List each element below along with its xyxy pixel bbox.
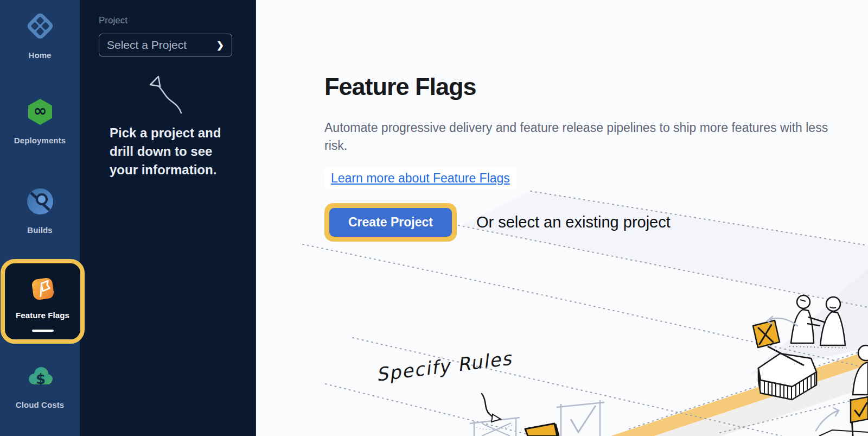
feature-flags-icon [28, 274, 58, 304]
corner-sketch [819, 430, 868, 436]
svg-text:∞: ∞ [33, 101, 47, 120]
learn-more-link-box: Learn more about Feature Flags [324, 168, 516, 189]
builds-icon [25, 187, 55, 216]
project-label: Project [99, 15, 127, 26]
home-icon [25, 11, 55, 41]
sidebar-item-feature-flags[interactable]: Feature Flags [1, 259, 85, 344]
project-actions-row: Create Project Or select an existing pro… [324, 203, 868, 242]
sidebar-item-builds[interactable]: Builds [0, 187, 80, 235]
feature-flags-landing: Feature Flags Automate progressive deliv… [256, 0, 868, 242]
chevron-right-icon: ❯ [216, 40, 224, 51]
page-title: Feature Flags [324, 73, 868, 101]
outline-flag-check [557, 400, 604, 436]
sidebar-item-deployments[interactable]: ∞ Deployments [0, 97, 80, 145]
sidebar-item-label: Feature Flags [5, 311, 80, 320]
sidebar-item-label: Home [0, 50, 80, 60]
pick-project-hint: Pick a project and drill down to see you… [110, 124, 232, 179]
project-selector-value: Select a Project [107, 39, 187, 52]
active-item-indicator [32, 330, 54, 332]
x-flag-sketch [753, 320, 780, 347]
sidebar-item-label: Cloud Costs [0, 400, 80, 409]
create-project-button[interactable]: Create Project [329, 208, 452, 237]
module-sidebar: Home ∞ Deployments Builds [0, 0, 80, 436]
check-flag-sketch [851, 397, 868, 436]
cloud-costs-icon: $ [25, 361, 55, 391]
create-project-highlight-ring: Create Project [324, 203, 457, 242]
yellow-flag-small [525, 424, 559, 436]
black-doodle-arrow [482, 394, 501, 422]
illustration-caption: Specify Rules [375, 347, 514, 385]
sidebar-item-home[interactable]: Home [0, 11, 80, 60]
gray-arrow-right [816, 408, 839, 431]
sidebar-item-label: Builds [0, 225, 80, 235]
learn-more-link[interactable]: Learn more about Feature Flags [331, 171, 510, 185]
main-content-area: Specify Rules Feature Flags Automate pro… [256, 0, 868, 436]
or-select-existing-text: Or select an existing project [476, 213, 671, 231]
svg-text:$: $ [35, 371, 45, 387]
project-panel: Project Select a Project ❯ Pick a projec… [80, 0, 256, 436]
deployments-icon: ∞ [25, 97, 55, 127]
sidebar-item-cloud-costs[interactable]: $ Cloud Costs [0, 361, 80, 409]
sidebar-item-label: Deployments [0, 136, 80, 145]
page-description: Automate progressive delivery and featur… [324, 119, 851, 155]
project-selector[interactable]: Select a Project ❯ [99, 34, 232, 56]
doodle-arrow-icon [144, 72, 196, 118]
